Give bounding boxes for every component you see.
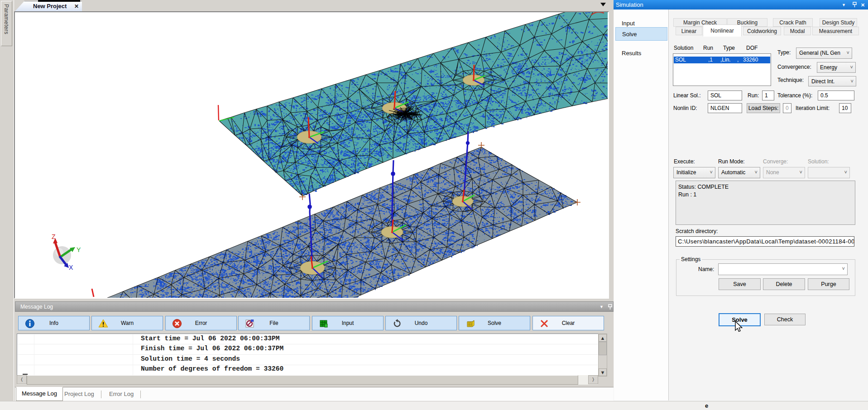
svg-text:Z: Z xyxy=(52,233,56,240)
svg-text:X: X xyxy=(69,264,73,271)
svg-text:Y: Y xyxy=(77,246,81,253)
